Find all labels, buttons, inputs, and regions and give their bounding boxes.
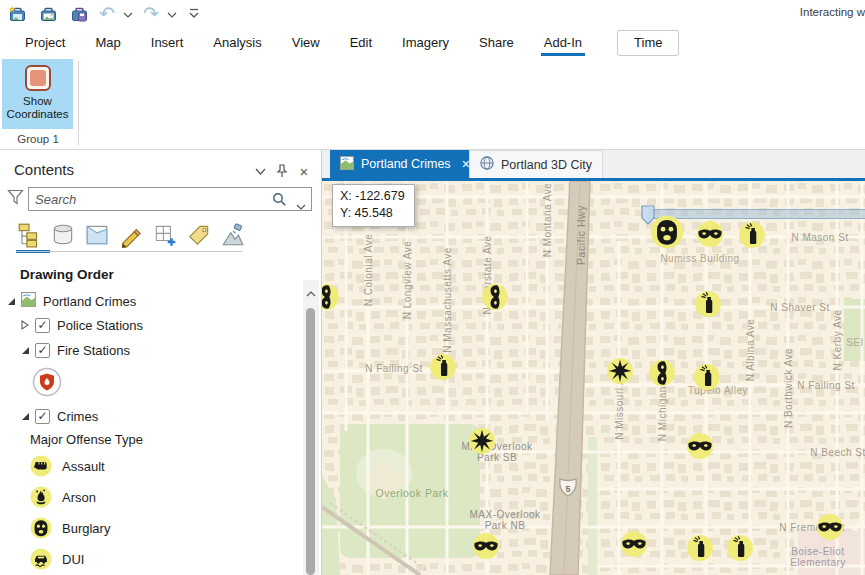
crime-marker-eye-mask[interactable] [697,221,724,248]
open-project-icon[interactable] [37,3,59,25]
layer-label: Portland Crimes [43,294,136,309]
tree-item-crimes[interactable]: ✓ Crimes [19,407,98,425]
legend-item-arson[interactable]: Arson [30,485,96,509]
list-by-selection-icon[interactable] [84,222,110,248]
map-label: N Albina Ave [745,319,756,382]
tab-analysis[interactable]: Analysis [198,28,276,57]
undo-dropdown-chevron-icon[interactable] [122,9,134,21]
crime-marker-burst[interactable] [469,428,496,455]
show-coordinates-label: Show Coordinates [2,95,73,121]
contents-scrollbar[interactable] [303,280,319,575]
legend-label: Assault [62,459,105,474]
tab-edit[interactable]: Edit [335,28,387,57]
map-label: MAX-Overlook Park NB [468,509,542,531]
fist-icon[interactable] [30,455,52,477]
scrollbar-thumb[interactable] [306,308,315,575]
tab-view[interactable]: View [277,28,335,57]
pane-menu-chevron-icon[interactable] [251,162,269,180]
list-by-perspective-imagery-icon[interactable] [220,222,246,248]
crime-marker-eye-mask[interactable] [817,514,844,541]
expander-expanded-icon[interactable] [19,412,31,421]
tree-item-fire-stations[interactable]: ✓ Fire Stations [19,341,130,359]
crime-marker-spray-can[interactable] [687,535,714,562]
expander-collapsed-icon[interactable] [19,320,31,330]
tree-item-map[interactable]: Portland Crimes [5,292,136,310]
crime-marker-eye-mask[interactable] [687,433,714,460]
save-project-icon[interactable] [68,3,90,25]
crime-marker-eye-mask[interactable] [473,533,500,560]
tooltip-x-value: X: -122.679 [340,188,405,205]
crime-marker-eye-mask[interactable] [621,531,648,558]
quick-access-toolbar: ↶ ↷ Interacting w [0,0,865,28]
search-dropdown-chevron-icon[interactable] [296,196,306,214]
close-pane-icon[interactable]: × [295,162,313,180]
scroll-up-icon[interactable] [305,284,317,296]
filter-icon[interactable] [7,189,24,211]
flame-icon[interactable] [30,486,52,508]
expander-expanded-icon[interactable] [5,297,17,306]
list-by-charts-tag-icon[interactable] [186,222,212,248]
undo-icon[interactable]: ↶ [96,3,118,25]
fire-station-symbol[interactable] [32,367,62,401]
tab-share[interactable]: Share [464,28,529,57]
expander-expanded-icon[interactable] [19,346,31,355]
show-coordinates-button[interactable]: Show Coordinates [2,59,73,129]
list-by-editing-icon[interactable] [118,222,144,248]
legend-item-dui[interactable]: DUI [30,547,84,571]
tab-portland-3d-city[interactable]: Portland 3D City [469,150,603,178]
tree-item-police-stations[interactable]: ✓ Police Stations [19,316,143,334]
pin-icon[interactable] [273,162,291,180]
layer-checkbox[interactable]: ✓ [35,318,50,333]
redo-dropdown-chevron-icon[interactable] [166,9,178,21]
map-label: Numiss Building [660,253,739,264]
map-label: Overlook Park [375,487,448,499]
list-by-drawing-order-icon[interactable] [16,222,42,248]
map-label: N Failing St [797,380,855,391]
crime-marker-spray-can[interactable] [694,364,721,391]
new-project-icon[interactable] [6,3,28,25]
customize-quick-access-icon[interactable] [188,7,200,19]
search-input[interactable] [35,189,265,209]
crime-marker-eye-mask[interactable] [649,360,676,387]
crime-marker-spray-can[interactable] [695,291,722,318]
map-tab-bar: Portland Crimes × Portland 3D City [322,150,865,178]
crime-marker-balaclava[interactable] [650,215,684,249]
crime-marker-burst[interactable] [607,358,634,385]
car-icon[interactable] [30,548,52,570]
list-by-labeling-icon[interactable] [152,222,178,248]
crime-marker-spray-can[interactable] [727,535,754,562]
map-canvas[interactable]: 5 N Colonial AveN Longview AveN Massachu… [322,181,865,575]
map-tab-label: Portland 3D City [501,158,592,172]
tab-portland-crimes[interactable]: Portland Crimes × [330,150,480,178]
crime-marker-eye-mask[interactable] [482,284,509,311]
tab-time[interactable]: Time [617,30,679,56]
tab-add-in[interactable]: Add-In [529,28,597,57]
legend-item-assault[interactable]: Assault [30,454,105,478]
tab-imagery[interactable]: Imagery [387,28,464,57]
ribbon-group-area: Show Coordinates Group 1 [0,57,865,150]
legend-label: Arson [62,490,96,505]
redo-icon[interactable]: ↷ [140,3,162,25]
layer-label: Police Stations [57,318,143,333]
tooltip-y-value: Y: 45.548 [340,205,405,222]
layer-label: Crimes [57,409,98,424]
window-title: Interacting w [800,6,865,18]
search-icon[interactable] [272,192,287,211]
map-label: N Borthwick Ave [783,348,794,428]
balaclava-icon[interactable] [30,517,52,539]
tab-project[interactable]: Project [10,28,80,57]
crime-marker-spray-can[interactable] [430,354,457,381]
tab-map[interactable]: Map [80,28,135,57]
contents-pane: Contents × [0,150,322,575]
list-by-data-source-icon[interactable] [50,222,76,248]
crime-marker-eye-mask[interactable] [322,284,340,311]
group-divider [78,61,79,145]
layer-checkbox[interactable]: ✓ [35,409,50,424]
tab-insert[interactable]: Insert [136,28,199,57]
crime-marker-spray-can[interactable] [739,222,766,249]
legend-item-burglary[interactable]: Burglary [30,516,110,540]
layer-checkbox[interactable]: ✓ [35,343,50,358]
ribbon-tabs: ProjectMapInsertAnalysisViewEditImageryS… [0,28,597,57]
map-label: N Montana Ave [542,183,553,258]
map-label: N Longview Ave [402,241,413,320]
